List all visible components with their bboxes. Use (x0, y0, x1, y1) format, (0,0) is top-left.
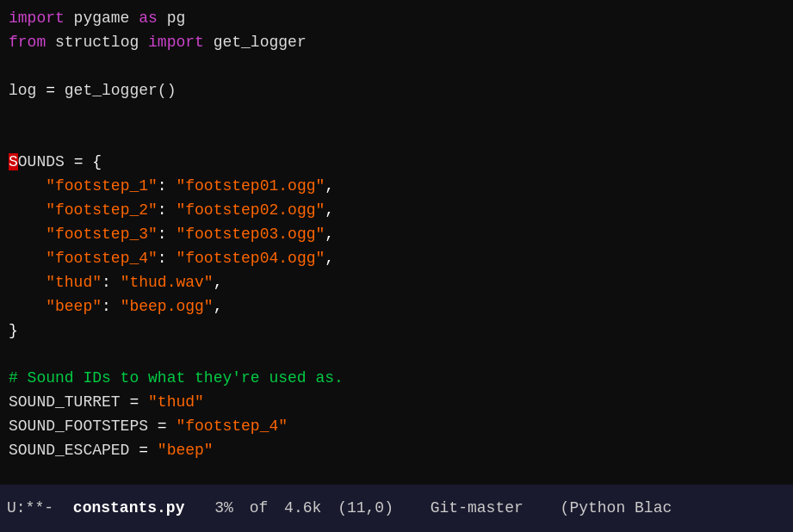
status-filename: constants.py (73, 497, 185, 521)
status-syntax: (Python Blac (561, 497, 672, 521)
code-line-1: import pygame as pg (9, 7, 793, 31)
code-line-18: SOUND_FOOTSTEPS = "footstep_4" (9, 415, 793, 439)
code-line-19: SOUND_ESCAPED = "beep" (9, 439, 793, 463)
code-line-2: from structlog import get_logger (9, 31, 793, 55)
code-line-9: "footstep_2": "footstep02.ogg", (9, 199, 793, 223)
code-line-14: } (9, 319, 793, 343)
status-percent: 3% (214, 497, 233, 521)
code-line-16: # Sound IDs to what they're used as. (9, 367, 793, 391)
code-line-12: "thud": "thud.wav", (9, 271, 793, 295)
code-line-10: "footstep_3": "footstep03.ogg", (9, 223, 793, 247)
code-line-6 (9, 127, 793, 151)
status-bar: U:**- constants.py 3% of 4.6k (11,0) Git… (0, 485, 793, 532)
code-line-11: "footstep_4": "footstep04.ogg", (9, 247, 793, 271)
status-of-label: of (250, 497, 269, 521)
code-line-13: "beep": "beep.ogg", (9, 295, 793, 319)
code-line-3 (9, 55, 793, 79)
status-mode: U:**- (7, 497, 53, 521)
code-line-7: SOUNDS = { (9, 151, 793, 175)
status-size: 4.6k (284, 497, 321, 521)
status-git: Git-master (431, 497, 524, 521)
code-line-17: SOUND_TURRET = "thud" (9, 391, 793, 415)
code-line-15 (9, 343, 793, 367)
code-line-5 (9, 103, 793, 127)
status-position: (11,0) (338, 497, 393, 521)
code-editor[interactable]: import pygame as pg from structlog impor… (0, 0, 793, 485)
code-line-8: "footstep_1": "footstep01.ogg", (9, 175, 793, 199)
code-line-4: log = get_logger() (9, 79, 793, 103)
